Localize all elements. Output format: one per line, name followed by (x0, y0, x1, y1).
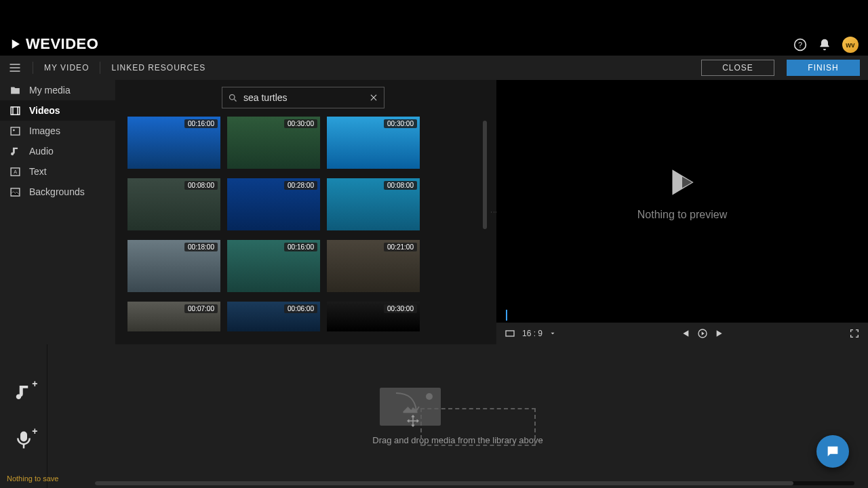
add-audio-track-icon[interactable]: + (14, 382, 34, 403)
chat-fab[interactable] (816, 435, 849, 468)
library-scrollbar[interactable] (483, 121, 487, 229)
media-clip[interactable]: 00:30:00 (227, 117, 320, 169)
preview-empty-text: Nothing to preview (637, 209, 728, 221)
timeline-scrollbar[interactable] (95, 481, 854, 485)
svg-text:A: A (14, 169, 17, 175)
media-library: 00:16:00 00:30:00 00:30:00 00:08:00 00:2… (115, 80, 491, 344)
svg-point-8 (230, 94, 235, 100)
text-icon: A (9, 166, 21, 178)
save-status: Nothing to save (7, 474, 58, 483)
preview-controls: 16 : 9 (496, 323, 868, 344)
skip-forward-icon[interactable] (715, 328, 726, 339)
media-clip[interactable]: 00:28:00 (227, 178, 320, 230)
play-button-icon[interactable] (697, 328, 708, 339)
timeline-panel: + + Drag and drop media from the library… (0, 344, 868, 488)
bell-icon[interactable] (818, 38, 831, 52)
drop-hint-graphic (380, 388, 536, 426)
svg-rect-9 (506, 331, 514, 336)
svg-rect-2 (11, 106, 20, 114)
clip-duration: 00:30:00 (384, 119, 417, 128)
media-clip[interactable]: 00:16:00 (227, 240, 320, 292)
add-voiceover-icon[interactable]: + (14, 430, 34, 450)
clip-duration: 00:28:00 (284, 181, 317, 190)
sidebar-item-text[interactable]: A Text (0, 161, 115, 182)
sidebar-item-my-media[interactable]: My media (0, 80, 115, 100)
sidebar-item-audio[interactable]: Audio (0, 141, 115, 161)
skip-back-icon[interactable] (679, 328, 690, 339)
media-clip[interactable]: 00:06:00 (227, 302, 320, 331)
svg-rect-3 (11, 127, 20, 134)
clip-duration: 00:18:00 (184, 243, 218, 251)
finish-button[interactable]: FINISH (787, 60, 860, 76)
clip-duration: 00:06:00 (284, 304, 317, 313)
clip-duration: 00:30:00 (284, 119, 317, 128)
media-sidebar: My media Videos Images Audio A Text Back… (0, 80, 115, 344)
fullscreen-icon[interactable] (849, 328, 860, 339)
media-clip[interactable]: 00:30:00 (327, 117, 420, 169)
play-icon (9, 38, 22, 50)
app-logo: WEVIDEO (9, 35, 98, 53)
clip-duration: 00:08:00 (384, 181, 417, 190)
search-input[interactable] (243, 92, 363, 103)
help-icon[interactable]: ? (793, 38, 807, 52)
aspect-icon[interactable] (505, 328, 515, 339)
background-icon (9, 186, 21, 198)
move-cursor-icon (406, 413, 420, 428)
media-clip[interactable]: 00:16:00 (127, 117, 220, 169)
folder-icon (9, 85, 21, 96)
app-wordmark: WEVIDEO (26, 35, 98, 53)
svg-text:?: ? (798, 41, 802, 49)
clip-duration: 00:07:00 (184, 304, 218, 313)
media-clip[interactable]: 00:07:00 (127, 302, 220, 331)
media-clip[interactable]: 00:21:00 (327, 240, 420, 292)
media-clip[interactable]: 00:08:00 (327, 178, 420, 230)
breadcrumb-my-video[interactable]: MY VIDEO (44, 63, 89, 73)
media-clip[interactable]: 00:08:00 (127, 178, 220, 230)
svg-point-4 (13, 129, 15, 131)
clip-duration: 00:21:00 (384, 243, 417, 251)
chevron-down-icon[interactable] (549, 330, 556, 337)
search-input-wrapper (222, 87, 384, 108)
media-clip[interactable]: 00:30:00 (327, 302, 420, 331)
preview-play-icon (665, 165, 699, 199)
search-icon (228, 93, 238, 103)
sidebar-item-images[interactable]: Images (0, 121, 115, 141)
aspect-ratio-label[interactable]: 16 : 9 (522, 329, 542, 338)
sidebar-item-backgrounds[interactable]: Backgrounds (0, 182, 115, 202)
film-icon (9, 105, 21, 117)
clear-search-icon[interactable] (369, 93, 378, 102)
close-button[interactable]: CLOSE (701, 60, 774, 76)
clip-duration: 00:16:00 (184, 119, 218, 128)
breadcrumb-linked-resources[interactable]: LINKED RESOURCES (111, 63, 205, 73)
menu-icon[interactable] (8, 61, 22, 75)
image-icon (9, 125, 21, 137)
app-subbar: MY VIDEO LINKED RESOURCES CLOSE FINISH (0, 56, 868, 80)
avatar[interactable]: wv (842, 37, 859, 53)
clip-duration: 00:30:00 (384, 304, 417, 313)
clip-duration: 00:16:00 (284, 243, 317, 251)
preview-timeline[interactable] (496, 306, 868, 323)
music-icon (9, 146, 21, 157)
media-clip[interactable]: 00:18:00 (127, 240, 220, 292)
preview-panel: Nothing to preview 16 : 9 (496, 80, 868, 344)
panel-resize-handle[interactable]: ⋮ (491, 80, 496, 344)
clip-duration: 00:08:00 (184, 181, 218, 190)
chat-icon (825, 444, 840, 459)
sidebar-item-videos[interactable]: Videos (0, 100, 115, 121)
